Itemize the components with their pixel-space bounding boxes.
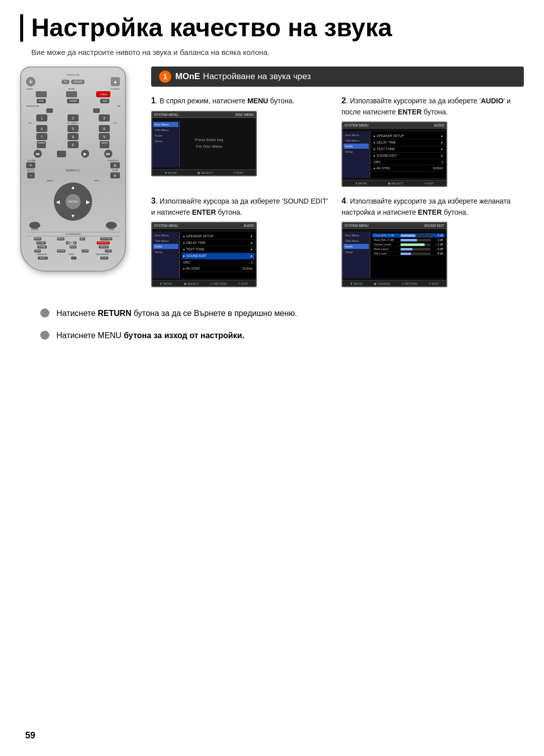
screen3-item-sound: ▸ SOUND EDIT ▸ xyxy=(182,253,254,260)
timermemory-label: TIMER MEMORY xyxy=(95,254,109,256)
movie-button[interactable]: MOVIE xyxy=(57,237,64,240)
screen4-sidebar-title: Title Menu xyxy=(344,238,369,244)
rl-minus-button[interactable]: ◀ xyxy=(66,241,70,244)
screen2-sidebar-setup: Setup xyxy=(344,149,369,155)
service-button[interactable]: SERVICE xyxy=(99,245,108,248)
step2-enter-bold: ENTER xyxy=(398,108,422,116)
screen2-top-left: SYSTEM MENU xyxy=(345,123,369,127)
num7-button[interactable]: 7 xyxy=(36,133,47,140)
step-2: 2. Използвайте курсорите за да изберете … xyxy=(342,95,524,187)
tv-button[interactable]: TV xyxy=(61,80,70,84)
prev-button[interactable]: ⏮ xyxy=(34,150,42,158)
remain-button[interactable]: REMAIN xyxy=(37,141,46,148)
screen4-sidebar-disc: Disc Menu xyxy=(344,233,369,238)
screen3-item-speaker: ▸ SPEAKER SETUP ▸ xyxy=(182,233,254,240)
info-label: INFO xyxy=(94,179,99,182)
screen4-top-right: SOUND EDIT xyxy=(424,224,444,227)
normal-button[interactable]: NORMAL xyxy=(37,245,47,248)
screen4-row-rearbal: Rear BAL 0 dB -3 dB xyxy=(372,238,445,242)
rdsdisplay-label: RDS/DISPLAY xyxy=(26,105,39,107)
zoom-button[interactable] xyxy=(106,222,117,229)
screen4-top-left: SYSTEM MENU xyxy=(345,224,369,227)
ch-down-button[interactable]: ∨ xyxy=(110,172,120,178)
num1-button[interactable]: 1 xyxy=(36,114,47,121)
stop-button[interactable] xyxy=(57,151,66,157)
screen4-row-rear: Rear Level -5 dB xyxy=(372,247,445,251)
step1-number: 1 xyxy=(151,96,156,105)
screen3-bottom-exit: ⏎ EXIT xyxy=(238,282,248,285)
cancel-button[interactable]: CANCEL xyxy=(100,141,109,148)
screen3-mockup: SYSTEM MENU AUDIO Disc Menu Title Menu A… xyxy=(151,222,257,287)
step-button[interactable]: STEP xyxy=(34,249,41,253)
testtone-button[interactable]: TEST TONE xyxy=(100,237,112,240)
step2-number: 2 xyxy=(342,96,346,105)
power-button[interactable]: ⏻ xyxy=(26,77,35,86)
next-button[interactable]: ⏭ xyxy=(104,150,112,158)
eject-button[interactable]: ▲ xyxy=(111,77,120,86)
music-button[interactable]: MUSIC xyxy=(34,237,41,240)
screen4-sidebar-setup: Setup xyxy=(344,249,369,255)
vol-up-button[interactable]: + xyxy=(26,162,35,168)
mode-btn2[interactable]: MODE xyxy=(70,245,77,248)
soundedit-button[interactable]: SOUND EDIT xyxy=(97,241,110,244)
screen4-bottom-return: ↩ RETURN xyxy=(401,282,418,285)
sleep-label: SLEEP xyxy=(26,88,33,90)
mode-button[interactable] xyxy=(66,91,77,97)
vhf-label: V.HF xyxy=(112,169,118,172)
enter-button[interactable]: ENTER xyxy=(65,194,81,209)
screen4-mockup: SYSTEM MENU SOUND EDIT Disc Menu Title M… xyxy=(342,222,447,287)
ta-button[interactable]: ─ xyxy=(93,108,100,113)
ch-up-button[interactable]: ∧ xyxy=(110,162,120,168)
repeat-button[interactable]: REPEAT xyxy=(57,249,66,253)
sdhd-button[interactable]: ── xyxy=(71,257,77,260)
screen2-item-avsync: ▸ AV-SYNC : 0mSec xyxy=(372,165,445,172)
bottom-note-2: Натиснете MENU бутона за изход от настро… xyxy=(40,330,504,342)
screen3-bottom-select: ◉ SELECT xyxy=(184,282,199,285)
sd-hd-label: SD/HD xyxy=(69,254,74,256)
logo-button[interactable]: LOGO xyxy=(105,249,112,253)
screen2-bottom-exit: ⏎ EXIT xyxy=(424,181,434,185)
num3-button[interactable]: 3 xyxy=(99,114,110,121)
select-button[interactable]: SELECT xyxy=(38,257,48,260)
aux-button[interactable]: AUX xyxy=(100,99,109,103)
screen1-top-left: SYSTEM MENU xyxy=(154,113,178,116)
sleep-button[interactable] xyxy=(36,91,47,97)
num0-button[interactable]: 0 xyxy=(67,141,79,148)
ezview-button[interactable]: EZ VIEW xyxy=(36,241,45,244)
num9-button[interactable]: 9 xyxy=(99,133,110,140)
step3-number: 3 xyxy=(151,197,156,205)
nav-down-button[interactable]: ▼ xyxy=(71,213,76,219)
tuner-button[interactable]: TUNER xyxy=(67,99,79,103)
slow-button[interactable]: SLOW xyxy=(82,249,89,253)
vol-down-button[interactable]: - xyxy=(27,172,35,178)
metod-header: 1 MOnE Настройване на звука чрез xyxy=(151,67,524,87)
metod-title: Настройване на звука чрез xyxy=(203,72,311,82)
super51-label: SUPER 5.1 xyxy=(66,169,80,172)
screen3-item-test: ▸ TEST TONE ▸ xyxy=(182,246,254,253)
rdsdisplay-button[interactable]: ─ xyxy=(46,108,53,113)
bottom-note-1: Натиснете RETURN бутона за да се Върнете… xyxy=(40,307,504,320)
dvdvr-button[interactable]: DVD/VR xyxy=(71,80,85,84)
screen4-bottom-change: ◉ CHANGE xyxy=(374,282,390,285)
nav-right-button[interactable]: ▶ xyxy=(86,199,90,205)
num5-button[interactable]: 5 xyxy=(67,125,79,132)
dvd-button[interactable]: DVD xyxy=(37,99,46,103)
drama-button[interactable]: DRAMA xyxy=(96,91,110,97)
screen1-sidebar-audio: Audio xyxy=(153,133,178,139)
tvvideo-label: TV/VIDEO xyxy=(110,88,120,90)
screen2-item-test: ▸ TEST TONE ▸ xyxy=(372,146,445,153)
rl-plus-button[interactable]: ▶ xyxy=(73,241,77,244)
num8-button[interactable]: 8 xyxy=(67,133,79,140)
dcov-button[interactable]: DCOV xyxy=(100,257,108,260)
play-button[interactable]: ▶ xyxy=(81,150,89,158)
nav-up-button[interactable]: ▲ xyxy=(71,184,76,190)
num6-button[interactable]: 6 xyxy=(99,125,110,132)
screen2-top-right: AUDIO xyxy=(434,123,444,127)
screen4-row-frontbal: Front BAL 0 dB -0 dB xyxy=(372,233,445,238)
num4-button[interactable]: 4 xyxy=(36,125,47,132)
mute-label: MUTE xyxy=(27,169,34,172)
abc-button[interactable]: ABC xyxy=(80,237,85,240)
nav-left-button[interactable]: ◀ xyxy=(56,199,60,205)
num2-button[interactable]: 2 xyxy=(67,114,79,121)
return-button[interactable] xyxy=(29,222,40,229)
